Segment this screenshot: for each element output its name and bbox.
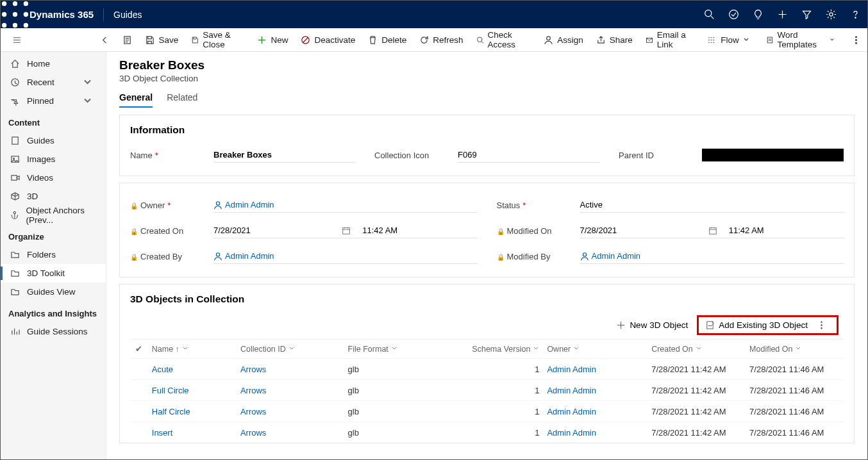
email-link-button[interactable]: Email a Link xyxy=(639,28,701,51)
metadata-section: Owner* Admin Admin Created On 7/28/2021 … xyxy=(119,183,855,277)
sidebar-item-pinned[interactable]: Pinned xyxy=(1,92,106,110)
command-bar: Save Save & Close New Deactivate Delete … xyxy=(1,28,867,52)
cell-created: 7/28/2021 11:42 AM xyxy=(647,428,746,438)
brand-label[interactable]: Dynamics 365 xyxy=(29,9,103,20)
back-button[interactable] xyxy=(94,28,116,51)
cell-collection[interactable]: Arrows xyxy=(237,428,344,438)
form-selector-icon[interactable] xyxy=(116,28,138,51)
collection-icon-field[interactable]: F069 xyxy=(458,147,599,163)
sidebar-item-home[interactable]: Home xyxy=(1,54,106,73)
lightbulb-icon[interactable] xyxy=(746,1,770,28)
sidebar-item-guide-sessions[interactable]: Guide Sessions xyxy=(1,322,106,341)
save-close-button[interactable]: Save & Close xyxy=(185,28,251,51)
cell-name[interactable]: Full Circle xyxy=(148,386,237,395)
add-icon[interactable] xyxy=(770,1,794,28)
flow-button[interactable]: Flow xyxy=(701,28,760,51)
cell-collection[interactable]: Arrows xyxy=(237,386,344,395)
sidebar-item-object-anchors[interactable]: Object Anchors (Prev... xyxy=(1,206,106,224)
add-existing-3d-object-button[interactable]: Add Existing 3D Object xyxy=(697,315,839,335)
sidebar-item-3d-toolkit[interactable]: 3D Toolkit xyxy=(1,264,106,283)
created-by-field[interactable]: Admin Admin xyxy=(213,249,478,264)
svg-point-21 xyxy=(856,42,857,44)
grid-header-row: ✔ Name ↑ Collection ID File Format Schem… xyxy=(130,339,844,358)
cell-owner[interactable]: Admin Admin xyxy=(543,386,647,395)
check-access-button[interactable]: Check Access xyxy=(470,28,538,51)
calendar-icon xyxy=(708,226,717,235)
new-button[interactable]: New xyxy=(251,28,294,51)
svg-point-32 xyxy=(583,252,586,256)
share-button[interactable]: Share xyxy=(590,28,639,51)
help-icon[interactable] xyxy=(843,1,867,28)
search-icon[interactable] xyxy=(697,1,721,28)
sidebar-item-recent[interactable]: Recent xyxy=(1,73,106,92)
sidebar-item-3d[interactable]: 3D xyxy=(1,187,106,206)
col-schema-version[interactable]: Schema Version xyxy=(451,345,543,354)
parent-id-redacted xyxy=(702,149,844,161)
modified-by-field[interactable]: Admin Admin xyxy=(580,249,844,264)
word-templates-button[interactable]: Word Templates xyxy=(760,28,845,51)
cell-schema: 1 xyxy=(451,386,543,395)
cell-name[interactable]: Half Circle xyxy=(148,407,237,416)
cell-name[interactable]: Insert xyxy=(148,428,237,438)
sidebar-item-guides-view[interactable]: Guides View xyxy=(1,283,106,301)
chevron-down-icon[interactable] xyxy=(83,78,92,87)
col-name[interactable]: Name ↑ xyxy=(148,345,237,354)
sidebar-item-guides[interactable]: Guides xyxy=(1,131,106,150)
cell-modified: 7/28/2021 11:46 AM xyxy=(746,407,844,416)
hamburger-icon[interactable] xyxy=(8,28,29,51)
chevron-down-icon[interactable] xyxy=(83,96,92,106)
person-icon xyxy=(213,201,222,209)
delete-button[interactable]: Delete xyxy=(362,28,413,51)
new-3d-object-button[interactable]: New 3D Object xyxy=(610,317,694,333)
gear-icon[interactable] xyxy=(819,1,843,28)
deactivate-button[interactable]: Deactivate xyxy=(294,28,362,51)
name-label: Name xyxy=(130,151,153,160)
select-all-checkbox[interactable]: ✔ xyxy=(130,344,148,354)
col-collection-id[interactable]: Collection ID xyxy=(237,345,344,354)
cell-name[interactable]: Acute xyxy=(148,365,237,374)
refresh-button[interactable]: Refresh xyxy=(413,28,469,51)
more-commands-icon[interactable] xyxy=(845,28,867,51)
svg-point-1 xyxy=(13,1,17,6)
svg-rect-29 xyxy=(343,227,350,234)
sidebar-item-images[interactable]: Images xyxy=(1,150,106,168)
svg-point-25 xyxy=(13,158,15,160)
app-launcher-icon[interactable] xyxy=(1,0,29,29)
assign-button[interactable]: Assign xyxy=(537,28,590,51)
name-field[interactable]: Breaker Boxes xyxy=(213,147,355,163)
sidebar-group-organize: Organize xyxy=(1,224,106,245)
svg-point-12 xyxy=(855,17,855,18)
col-modified-on[interactable]: Modified On xyxy=(746,345,844,354)
module-label[interactable]: Guides xyxy=(104,10,142,20)
table-row[interactable]: AcuteArrowsglb1Admin Admin7/28/2021 11:4… xyxy=(130,358,844,379)
table-row[interactable]: InsertArrowsglb1Admin Admin7/28/2021 11:… xyxy=(130,422,844,443)
cell-created: 7/28/2021 11:42 AM xyxy=(647,386,746,395)
filter-icon[interactable] xyxy=(794,1,819,28)
owner-field[interactable]: Admin Admin xyxy=(213,197,478,213)
svg-rect-26 xyxy=(12,176,17,181)
status-field[interactable]: Active xyxy=(580,197,844,213)
cell-collection[interactable]: Arrows xyxy=(237,407,344,416)
cell-created: 7/28/2021 11:42 AM xyxy=(647,407,746,416)
task-icon[interactable] xyxy=(721,1,746,28)
tab-general[interactable]: General xyxy=(119,92,153,108)
sidebar-item-videos[interactable]: Videos xyxy=(1,168,106,187)
svg-point-34 xyxy=(821,322,822,323)
svg-point-4 xyxy=(13,12,17,17)
cell-owner[interactable]: Admin Admin xyxy=(543,407,647,416)
sitemap-sidebar: Home Recent Pinned Content Guides Images… xyxy=(1,52,106,459)
cell-owner[interactable]: Admin Admin xyxy=(543,365,647,374)
save-button[interactable]: Save xyxy=(138,28,185,51)
col-owner[interactable]: Owner xyxy=(543,345,647,354)
col-created-on[interactable]: Created On xyxy=(647,345,746,354)
col-file-format[interactable]: File Format xyxy=(344,345,452,354)
cell-collection[interactable]: Arrows xyxy=(237,365,344,374)
more-icon[interactable] xyxy=(817,320,826,330)
tab-related[interactable]: Related xyxy=(167,92,197,108)
table-row[interactable]: Full CircleArrowsglb1Admin Admin7/28/202… xyxy=(130,379,844,400)
table-row[interactable]: Half CircleArrowsglb1Admin Admin7/28/202… xyxy=(130,400,844,422)
sidebar-item-folders[interactable]: Folders xyxy=(1,245,106,264)
cell-owner[interactable]: Admin Admin xyxy=(543,428,647,438)
svg-point-6 xyxy=(2,23,6,28)
svg-point-16 xyxy=(547,36,551,40)
